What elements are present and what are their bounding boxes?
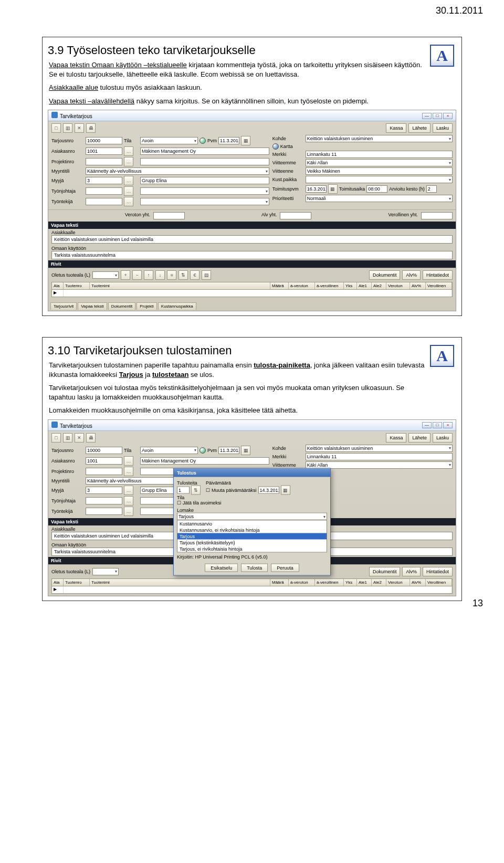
open-icon[interactable]: ▥ — [63, 123, 72, 133]
lookup-icon[interactable]: … — [124, 467, 133, 476]
asiakkaalle-text[interactable]: Keittiön valaistuksen uusiminen Led vala… — [51, 235, 453, 244]
calendar-icon[interactable]: ▦ — [241, 446, 250, 455]
tyontekija-input[interactable] — [86, 508, 122, 515]
euro-icon[interactable]: € — [190, 270, 200, 280]
lookup-icon[interactable]: … — [124, 186, 133, 196]
lookup-icon[interactable]: … — [124, 496, 133, 506]
kohde-input[interactable]: Keittiön valaistuksen uusiminen — [306, 445, 453, 452]
oletus-select[interactable] — [92, 568, 119, 575]
lbl-merkki: Merkki — [272, 152, 304, 157]
alv-button[interactable]: Alv% — [402, 567, 421, 576]
pvm-input[interactable]: 11.3.2011 — [218, 137, 239, 144]
dokumentit-button[interactable]: Dokumentit — [369, 567, 401, 576]
calendar-icon[interactable]: ▦ — [328, 184, 338, 194]
down-icon[interactable]: ↓ — [155, 270, 165, 280]
lomake-listbox[interactable]: Kustannusarvio Kustannusarvio, ei riviko… — [177, 520, 327, 553]
tulosta-button[interactable]: Tulosta — [241, 564, 268, 572]
tila-select[interactable]: Avoin — [140, 447, 198, 454]
window-buttons[interactable]: —□× — [421, 422, 453, 428]
tyonjohtaja-input[interactable] — [86, 187, 122, 195]
add-icon[interactable]: + — [121, 270, 130, 280]
lahete-button[interactable]: Lähete — [408, 433, 430, 443]
arvioitu-input[interactable]: 2 — [426, 185, 437, 193]
oletus-select[interactable] — [92, 271, 119, 279]
pvm-checkbox[interactable]: ☐ — [206, 488, 210, 493]
merkki-input[interactable]: Linnankatu 11 — [306, 151, 453, 158]
window-buttons[interactable]: —□× — [421, 112, 453, 119]
lookup-icon[interactable]: … — [124, 146, 133, 156]
toimituspvm-input[interactable]: 16.3.2011 — [306, 185, 327, 193]
remove-icon[interactable]: − — [132, 270, 142, 280]
calendar-icon[interactable]: ▦ — [281, 486, 290, 495]
dokumentit-button[interactable]: Dokumentit — [369, 270, 401, 280]
omaan-text[interactable]: Tarkista valaistussuunnitelma — [51, 251, 453, 259]
tarjousnro-input[interactable]: 10000 — [86, 447, 122, 454]
merkki-input[interactable]: Linnankatu 11 — [306, 453, 453, 460]
toimitusaika-input[interactable]: 08:00 — [366, 185, 387, 193]
kassa-button[interactable]: Kassa — [386, 433, 406, 443]
doc-icon[interactable]: ▤ — [202, 270, 211, 280]
alv-button[interactable]: Alv% — [402, 270, 421, 280]
asiakasnro-input[interactable]: 1001 — [86, 457, 122, 465]
prioriteetti-select[interactable]: Normaali — [306, 195, 453, 202]
esikatselu-button[interactable]: Esikatselu — [205, 564, 238, 572]
asiakasnro-input[interactable]: 1001 — [86, 148, 122, 155]
hintatiedot-button[interactable]: Hintatiedot — [423, 567, 453, 576]
delete-icon[interactable]: ✕ — [75, 123, 84, 133]
sort-icon[interactable]: ⇅ — [178, 270, 188, 280]
asiakas-name[interactable]: Mäkinen Management Oy — [140, 457, 269, 465]
lomake-select[interactable]: Tarjous — [177, 513, 327, 520]
stepper-icon[interactable]: ⇅ — [191, 486, 201, 495]
lahete-button[interactable]: Lähete — [408, 123, 430, 133]
tarjousnro-input[interactable]: 10000 — [86, 137, 122, 144]
asiakas-name[interactable]: Mäkinen Management Oy — [140, 148, 269, 155]
projektinro-input[interactable] — [86, 158, 122, 165]
lasku-button[interactable]: Lasku — [433, 123, 453, 133]
pvm-input[interactable]: 11.3.2011 — [218, 447, 239, 454]
projekti-name[interactable] — [140, 158, 269, 165]
kassa-button[interactable]: Kassa — [386, 123, 406, 133]
up-icon[interactable]: ↑ — [144, 270, 153, 280]
print-icon[interactable]: 🖶 — [86, 123, 96, 133]
tab-vapaateksti: Vapaa teksti — [78, 302, 107, 310]
projektinro-input[interactable] — [86, 468, 122, 475]
lookup-icon[interactable]: … — [124, 486, 133, 495]
print-icon[interactable]: 🖶 — [86, 433, 96, 443]
viitteenne-input[interactable]: Veikko Mäkinen — [306, 167, 453, 175]
tyontekija-input[interactable] — [86, 198, 122, 205]
hintatiedot-button[interactable]: Hintatiedot — [423, 270, 453, 280]
new-icon[interactable]: □ — [51, 433, 61, 443]
lbl-kohde: Kohde — [272, 136, 304, 141]
tyonjohtaja-input[interactable] — [86, 497, 122, 504]
kustpaikka-input[interactable] — [306, 176, 453, 183]
table-row[interactable]: ▶ — [51, 586, 453, 594]
lookup-icon[interactable]: … — [124, 507, 133, 516]
map-dot[interactable] — [272, 143, 279, 150]
tyontekija-dd[interactable] — [140, 198, 269, 205]
lasku-button[interactable]: Lasku — [433, 433, 453, 443]
lookup-icon[interactable]: … — [124, 197, 133, 206]
lookup-icon[interactable]: … — [124, 456, 133, 466]
lbl-tila: Tila — [124, 138, 139, 143]
tila-select[interactable]: Avoin — [140, 137, 198, 144]
myyja-name[interactable]: Grupp Elina — [140, 177, 269, 184]
open-icon[interactable]: ▥ — [63, 433, 72, 443]
tyonjohtaja-dd[interactable] — [140, 187, 269, 195]
peruuta-button[interactable]: Peruuta — [271, 564, 299, 572]
calendar-icon[interactable]: ▦ — [241, 136, 250, 145]
delete-icon[interactable]: ✕ — [75, 433, 84, 443]
myyntitili-select[interactable]: Käännetty alv-velvollisuus — [86, 167, 269, 175]
myyja-input[interactable]: 3 — [86, 487, 122, 494]
pvm-value[interactable]: 14.3.2011 — [258, 487, 279, 494]
lookup-icon[interactable]: … — [124, 176, 133, 185]
bottom-tabs[interactable]: Tarjousrivit Vapaa teksti Dokumentit Pro… — [48, 299, 456, 311]
kohde-input[interactable]: Keittiön valaistuksen uusiminen — [306, 135, 453, 142]
lookup-icon[interactable]: … — [124, 157, 133, 166]
tulosteita-input[interactable]: 1 — [177, 487, 190, 494]
table-row[interactable]: ▶ — [51, 290, 453, 297]
viitteemme-input[interactable]: Käki Allan — [306, 159, 453, 166]
tila-checkbox[interactable]: ☐ — [177, 500, 181, 506]
equals-icon[interactable]: ≡ — [167, 270, 176, 280]
new-icon[interactable]: □ — [51, 123, 61, 133]
myyja-input[interactable]: 3 — [86, 177, 122, 184]
